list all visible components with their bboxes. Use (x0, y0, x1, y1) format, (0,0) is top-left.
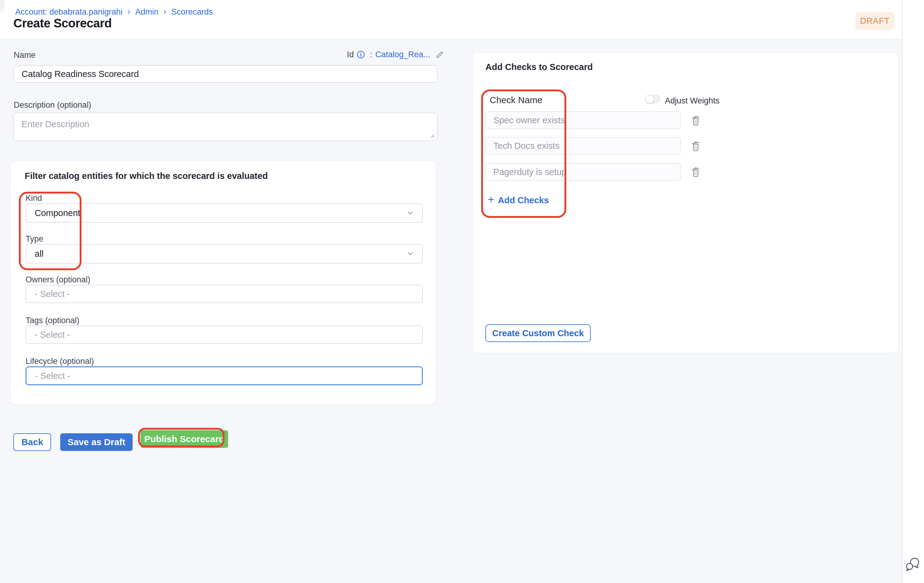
check-name-input[interactable]: Pagerduty is setup (485, 163, 681, 181)
chat-bubbles-icon (904, 556, 922, 573)
check-name-input[interactable]: Spec owner exists (485, 111, 681, 129)
save-as-draft-button[interactable]: Save as Draft (60, 433, 133, 451)
page-title: Create Scorecard (13, 17, 112, 30)
lifecycle-label: Lifecycle (optional) (26, 357, 94, 366)
id-label: Id (347, 50, 354, 59)
owners-select[interactable]: - Select - (26, 285, 423, 303)
adjust-weights-label: Adjust Weights (665, 96, 719, 106)
type-label: Type (26, 234, 43, 244)
chevron-down-icon (406, 208, 415, 218)
kind-select-value: Component (35, 208, 80, 218)
delete-check-button[interactable] (690, 114, 702, 127)
check-name-column-header: Check Name (490, 95, 542, 105)
owners-label: Owners (optional) (26, 275, 90, 284)
tags-label: Tags (optional) (26, 316, 79, 325)
resize-handle-icon[interactable] (429, 133, 435, 138)
kind-label: Kind (26, 193, 42, 203)
filter-heading: Filter catalog entities for which the sc… (25, 171, 268, 181)
lifecycle-select[interactable]: - Select - (26, 367, 423, 385)
info-icon[interactable] (357, 51, 365, 59)
create-custom-check-button[interactable]: Create Custom Check (485, 324, 591, 342)
scorecard-id-value[interactable]: Catalog_Rea... (375, 50, 430, 59)
toggle-knob (645, 95, 654, 104)
breadcrumb-account-link[interactable]: Account: debabrata.panigrahi (15, 7, 122, 17)
breadcrumb: Account: debabrata.panigrahi › Admin › S… (15, 7, 213, 17)
chevron-right-icon: › (127, 7, 130, 17)
tags-select[interactable]: - Select - (26, 325, 423, 344)
adjust-weights-toggle[interactable] (645, 95, 660, 103)
page-header: Account: debabrata.panigrahi › Admin › S… (0, 0, 902, 40)
add-checks-label: Add Checks (498, 195, 549, 205)
pencil-icon (435, 50, 444, 59)
description-textarea[interactable] (13, 112, 438, 141)
add-checks-button[interactable]: + Add Checks (488, 194, 549, 206)
tags-placeholder: - Select - (35, 330, 70, 340)
type-select[interactable]: all (26, 244, 423, 264)
scorecard-id-row: Id : Catalog_Rea... (304, 50, 444, 59)
name-field-label: Name (14, 51, 36, 60)
delete-check-button[interactable] (690, 139, 702, 153)
publish-scorecard-button[interactable]: Publish Scorecard (140, 430, 228, 448)
trash-icon (691, 140, 701, 152)
owners-placeholder: - Select - (35, 289, 70, 299)
type-select-value: all (35, 249, 43, 259)
trash-icon (691, 114, 701, 127)
check-name-input[interactable]: Tech Docs exists (485, 137, 681, 155)
kind-select[interactable]: Component (26, 203, 423, 223)
breadcrumb-scorecards-link[interactable]: Scorecards (171, 7, 213, 17)
chevron-down-icon (406, 249, 415, 258)
feedback-chat-button[interactable] (904, 556, 922, 574)
status-badge: DRAFT (855, 12, 895, 30)
chevron-right-icon: › (163, 7, 167, 17)
id-colon: : (370, 50, 372, 59)
lifecycle-placeholder: - Select - (35, 371, 70, 381)
add-checks-heading: Add Checks to Scorecard (485, 62, 593, 72)
plus-icon: + (488, 194, 494, 206)
description-field-label: Description (optional) (14, 101, 91, 110)
right-rail (902, 0, 924, 583)
nav-collapse-notch (0, 0, 4, 12)
delete-check-button[interactable] (690, 165, 702, 178)
trash-icon (691, 166, 701, 178)
name-input[interactable] (13, 65, 438, 83)
edit-id-button[interactable] (435, 50, 444, 59)
back-button[interactable]: Back (13, 433, 51, 451)
breadcrumb-admin-link[interactable]: Admin (135, 7, 159, 17)
